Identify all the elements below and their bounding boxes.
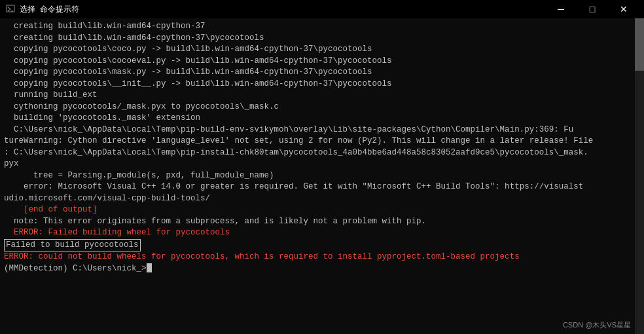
minimize-button[interactable]: ─ — [546, 0, 576, 18]
terminal-line: ERROR: could not build wheels for pycoco… — [4, 251, 640, 263]
terminal-line: tree = Parsing.p_module(s, pxd, full_mod… — [4, 170, 640, 182]
scrollbar-thumb[interactable] — [635, 18, 644, 71]
terminal-line: running build_ext — [4, 90, 640, 102]
svg-line-1 — [8, 7, 10, 9]
terminal-line: copying pycocotools\cocoeval.py -> build… — [4, 56, 640, 67]
terminal-line: tureWarning: Cython directive 'language_… — [4, 136, 640, 147]
terminal-line: copying pycocotools\__init__.py -> build… — [4, 79, 640, 90]
terminal-line: note: This error originates from a subpr… — [4, 216, 640, 228]
svg-line-2 — [8, 9, 10, 11]
titlebar-controls: ─ □ ✕ — [546, 0, 639, 18]
terminal-line: [end of output] — [4, 204, 640, 216]
terminal-line: ERROR: Failed building wheel for pycocot… — [4, 227, 640, 239]
terminal-icon — [5, 4, 16, 14]
terminal-line: cythoning pycocotools/_mask.pyx to pycoc… — [4, 102, 640, 113]
terminal-line: pyx — [4, 158, 640, 170]
titlebar: 选择 命令提示符 ─ □ ✕ — [0, 0, 644, 18]
terminal-output: creating build\lib.win-amd64-cpython-37 … — [4, 21, 640, 331]
terminal-line: (MMDetection) C:\Users\nick_> — [4, 263, 640, 275]
terminal-line: copying pycocotools\coco.py -> build\lib… — [4, 44, 640, 56]
failed-box-text: Failed to build pycocotools — [4, 239, 141, 252]
terminal-line: copying pycocotools\mask.py -> build\lib… — [4, 67, 640, 79]
terminal-window: creating build\lib.win-amd64-cpython-37 … — [0, 18, 644, 334]
maximize-button[interactable]: □ — [577, 0, 607, 18]
close-button[interactable]: ✕ — [609, 0, 639, 18]
watermark: CSDN @木头VS星星 — [563, 320, 631, 330]
terminal-line: : C:\Users\nick_\AppData\Local\Temp\pip-… — [4, 147, 640, 159]
terminal-line: udio.microsoft.com/visual-cpp-build-tool… — [4, 193, 640, 205]
terminal-line: Failed to build pycocotools — [4, 239, 640, 252]
scrollbar[interactable] — [635, 18, 644, 334]
cursor — [147, 263, 152, 272]
terminal-line: C:\Users\nick_\AppData\Local\Temp\pip-bu… — [4, 124, 640, 136]
terminal-line: creating build\lib.win-amd64-cpython-37 — [4, 21, 640, 33]
terminal-line: error: Microsoft Visual C++ 14.0 or grea… — [4, 181, 640, 193]
titlebar-left: 选择 命令提示符 — [5, 4, 79, 15]
titlebar-title: 选择 命令提示符 — [20, 4, 79, 15]
terminal-line: creating build\lib.win-amd64-cpython-37\… — [4, 33, 640, 45]
terminal-line: building 'pycocotools._mask' extension — [4, 113, 640, 124]
